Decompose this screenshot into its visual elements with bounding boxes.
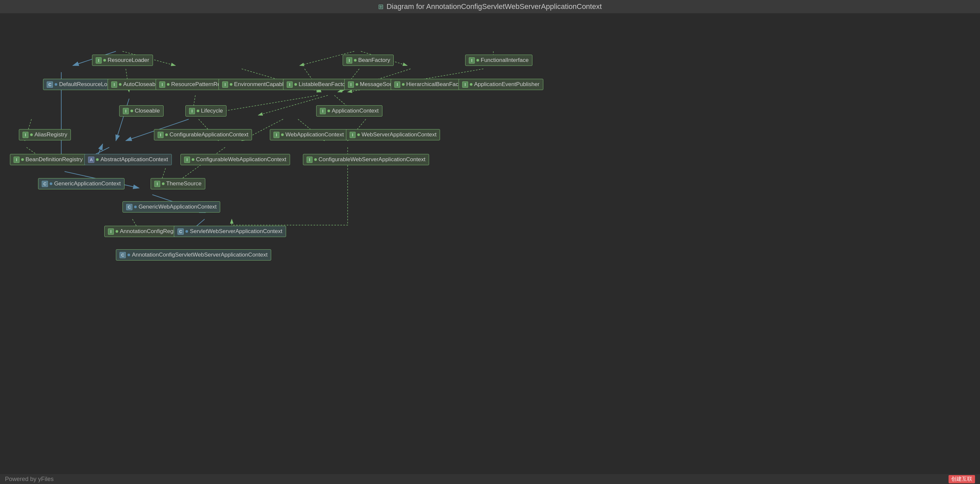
- label-listablebeanfactory: ListableBeanFactory: [299, 81, 350, 88]
- badge-environmentcapable: I: [222, 81, 228, 88]
- label-configurablewebapplicationcontext: ConfigurableWebApplicationContext: [196, 156, 286, 163]
- dot-webapplicationcontext: [281, 134, 284, 136]
- dot-closeable: [130, 110, 133, 112]
- dot-messagesource: [356, 83, 358, 86]
- label-autocloseable: AutoCloseable: [123, 81, 160, 88]
- badge-lifecycle: I: [189, 108, 195, 114]
- label-beandefinitionregistry: BeanDefinitionRegistry: [25, 156, 83, 163]
- dot-themesource: [162, 182, 165, 185]
- dot-annotationconfigservletwebserverapplicationcontext: [127, 253, 130, 256]
- label-closeable: Closeable: [135, 108, 160, 114]
- badge-messagesource: I: [348, 81, 354, 88]
- badge-genericwebapplicationcontext: C: [126, 204, 132, 210]
- dot-defaultresourceloader: [55, 83, 57, 86]
- node-servletwebserverapplicationcontext[interactable]: CServletWebServerApplicationContext: [174, 226, 286, 237]
- node-genericwebapplicationcontext[interactable]: CGenericWebApplicationContext: [123, 201, 220, 213]
- node-webapplicationcontext[interactable]: IWebApplicationContext: [270, 129, 347, 140]
- dot-configurableapplicationcontext: [165, 134, 168, 136]
- label-webapplicationcontext: WebApplicationContext: [285, 131, 344, 138]
- dot-listablebeanfactory: [294, 83, 297, 86]
- node-abstractapplicationcontext[interactable]: AAbstractApplicationContext: [84, 154, 172, 165]
- label-functionalinterface: FunctionalInterface: [481, 57, 529, 64]
- badge-themesource: I: [154, 181, 160, 187]
- dot-abstractapplicationcontext: [96, 158, 99, 161]
- dot-servletwebserverapplicationcontext: [185, 230, 188, 233]
- dot-genericapplicationcontext: [50, 182, 52, 185]
- badge-defaultresourceloader: C: [47, 81, 53, 88]
- badge-webapplicationcontext: I: [274, 132, 280, 138]
- title-bar: ⊞ Diagram for AnnotationConfigServletWeb…: [0, 0, 980, 13]
- node-lifecycle[interactable]: ILifecycle: [185, 105, 226, 116]
- badge-servletwebserverapplicationcontext: C: [177, 228, 184, 235]
- dot-autocloseable: [119, 83, 121, 86]
- node-beanfactory[interactable]: IBeanFactory: [343, 55, 394, 66]
- node-closeable[interactable]: ICloseable: [119, 105, 164, 116]
- node-aliasregistry[interactable]: IAliasRegistry: [19, 129, 71, 140]
- node-configurablewebserverapplicationcontext[interactable]: IConfigurableWebServerApplicationContext: [303, 154, 429, 165]
- diagram-area: IResourceLoaderIBeanFactoryIFunctionalIn…: [0, 13, 980, 474]
- badge-resourceloader: I: [96, 57, 102, 64]
- dot-hierarchicalbeanfactory: [402, 83, 404, 86]
- label-applicationcontext: ApplicationContext: [332, 108, 379, 114]
- dot-annotationconfigregistry: [116, 230, 118, 233]
- dot-genericwebapplicationcontext: [134, 205, 137, 208]
- badge-beanfactory: I: [346, 57, 352, 64]
- label-applicationeventpublisher: ApplicationEventPublisher: [474, 81, 540, 88]
- title-text: Diagram for AnnotationConfigServletWebSe…: [387, 2, 601, 11]
- dot-resourceloader: [103, 59, 106, 62]
- label-resourceloader: ResourceLoader: [108, 57, 149, 64]
- node-resourceloader[interactable]: IResourceLoader: [92, 55, 153, 66]
- badge-webserverapplicationcontext: I: [350, 132, 356, 138]
- footer-badge: 创建互联: [948, 475, 975, 483]
- badge-genericapplicationcontext: C: [42, 181, 48, 187]
- badge-applicationcontext: I: [320, 108, 326, 114]
- badge-abstractapplicationcontext: A: [88, 157, 94, 163]
- dot-applicationeventpublisher: [470, 83, 473, 86]
- badge-beandefinitionregistry: I: [14, 157, 19, 163]
- badge-listablebeanfactory: I: [287, 81, 293, 88]
- footer: Powered by yFiles 创建互联: [0, 474, 980, 484]
- node-webserverapplicationcontext[interactable]: IWebServerApplicationContext: [346, 129, 440, 140]
- badge-configurablewebapplicationcontext: I: [184, 157, 190, 163]
- label-environmentcapable: EnvironmentCapable: [234, 81, 287, 88]
- dot-functionalinterface: [476, 59, 479, 62]
- node-applicationeventpublisher[interactable]: IApplicationEventPublisher: [458, 79, 543, 90]
- badge-closeable: I: [123, 108, 129, 114]
- dot-configurablewebapplicationcontext: [192, 158, 194, 161]
- badge-autocloseable: I: [111, 81, 117, 88]
- footer-powered-by: Powered by yFiles: [5, 476, 54, 483]
- label-themesource: ThemeSource: [166, 180, 202, 187]
- badge-annotationconfigservletwebserverapplicationcontext: C: [119, 252, 126, 258]
- badge-applicationeventpublisher: I: [462, 81, 468, 88]
- label-abstractapplicationcontext: AbstractApplicationContext: [100, 156, 168, 163]
- dot-environmentcapable: [230, 83, 232, 86]
- node-functionalinterface[interactable]: IFunctionalInterface: [465, 55, 532, 66]
- dot-beanfactory: [354, 59, 356, 62]
- label-genericwebapplicationcontext: GenericWebApplicationContext: [138, 204, 216, 210]
- node-autocloseable[interactable]: IAutoCloseable: [108, 79, 164, 90]
- label-beanfactory: BeanFactory: [358, 57, 390, 64]
- dot-resourcepatternresolver: [167, 83, 170, 86]
- label-configurableapplicationcontext: ConfigurableApplicationContext: [170, 131, 248, 138]
- label-lifecycle: Lifecycle: [201, 108, 223, 114]
- label-aliasregistry: AliasRegistry: [35, 131, 67, 138]
- badge-hierarchicalbeanfactory: I: [394, 81, 400, 88]
- node-annotationconfigservletwebserverapplicationcontext[interactable]: CAnnotationConfigServletWebServerApplica…: [116, 249, 271, 261]
- node-applicationcontext[interactable]: IApplicationContext: [316, 105, 382, 116]
- node-configurablewebapplicationcontext[interactable]: IConfigurableWebApplicationContext: [180, 154, 290, 165]
- label-configurablewebserverapplicationcontext: ConfigurableWebServerApplicationContext: [318, 156, 425, 163]
- node-themesource[interactable]: IThemeSource: [151, 178, 205, 189]
- dot-beandefinitionregistry: [21, 158, 24, 161]
- node-configurableapplicationcontext[interactable]: IConfigurableApplicationContext: [154, 129, 252, 140]
- node-genericapplicationcontext[interactable]: CGenericApplicationContext: [38, 178, 124, 189]
- dot-webserverapplicationcontext: [357, 134, 360, 136]
- badge-resourcepatternresolver: I: [159, 81, 165, 88]
- label-servletwebserverapplicationcontext: ServletWebServerApplicationContext: [190, 228, 282, 235]
- node-beandefinitionregistry[interactable]: IBeanDefinitionRegistry: [10, 154, 86, 165]
- badge-configurablewebserverapplicationcontext: I: [307, 157, 313, 163]
- node-listablebeanfactory[interactable]: IListableBeanFactory: [283, 79, 353, 90]
- node-environmentcapable[interactable]: IEnvironmentCapable: [218, 79, 290, 90]
- dot-applicationcontext: [328, 110, 330, 112]
- label-webserverapplicationcontext: WebServerApplicationContext: [361, 131, 436, 138]
- label-genericapplicationcontext: GenericApplicationContext: [54, 180, 121, 187]
